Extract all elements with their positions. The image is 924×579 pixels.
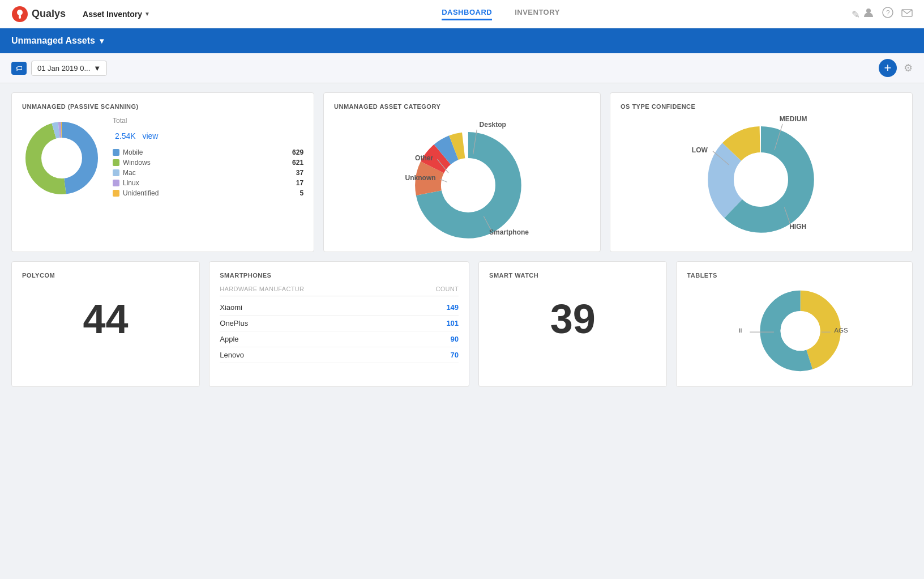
legend-item-mac: Mac 37 bbox=[113, 169, 303, 177]
asset-category-card: UNMANAGED ASSET CATEGORY Deskto bbox=[323, 92, 601, 252]
dashboard-title[interactable]: Unmanaged Assets ▾ bbox=[11, 36, 104, 46]
tablets-svg: ii AGS bbox=[732, 283, 857, 379]
table-row: OnePlus 101 bbox=[220, 316, 459, 331]
tablets-chart: ii AGS bbox=[687, 286, 902, 376]
count-xiaomi[interactable]: 149 bbox=[339, 303, 459, 312]
nav-center: DASHBOARD INVENTORY bbox=[150, 8, 852, 20]
linux-label: Linux bbox=[123, 179, 293, 187]
svg-text:LOW: LOW bbox=[692, 146, 708, 154]
svg-text:Desktop: Desktop bbox=[480, 121, 506, 129]
count-lenovo[interactable]: 70 bbox=[339, 351, 459, 359]
svg-text:HIGH: HIGH bbox=[790, 223, 807, 231]
dashboard-title-arrow: ▾ bbox=[100, 36, 104, 45]
logo-text: Qualys bbox=[32, 8, 66, 20]
passive-scanning-content: Total 2.54K view Mobile 629 Wind bbox=[22, 117, 303, 199]
mobile-count: 629 bbox=[292, 148, 303, 156]
total-label: Total bbox=[113, 117, 303, 125]
svg-text:ii: ii bbox=[739, 326, 742, 334]
qualys-logo-icon bbox=[11, 6, 28, 23]
logo: Qualys bbox=[11, 6, 66, 23]
svg-rect-2 bbox=[19, 15, 21, 19]
polycom-value: 44 bbox=[22, 296, 189, 342]
unidentified-count: 5 bbox=[300, 189, 303, 197]
polycom-title: POLYCOM bbox=[22, 272, 189, 279]
date-filter-arrow: ▼ bbox=[93, 64, 101, 73]
col-count: COUNT bbox=[339, 286, 459, 292]
svg-point-12 bbox=[42, 138, 82, 178]
table-row: Lenovo 70 bbox=[220, 347, 459, 363]
top-row: UNMANAGED (PASSIVE SCANNING) bbox=[11, 92, 913, 252]
passive-scanning-title: UNMANAGED (PASSIVE SCANNING) bbox=[22, 103, 303, 110]
date-filter-dropdown[interactable]: 01 Jan 2019 0... ▼ bbox=[31, 61, 107, 76]
manufacturer-xiaomi: Xiaomi bbox=[220, 303, 339, 312]
app-title[interactable]: Asset Inventory ▼ bbox=[83, 10, 150, 19]
polycom-card: POLYCOM 44 bbox=[11, 261, 200, 387]
os-confidence-svg: MEDIUM LOW HIGH bbox=[665, 105, 857, 241]
asset-category-svg: Desktop Other Unknown Smartphone bbox=[371, 111, 553, 247]
table-row: Xiaomi 149 bbox=[220, 300, 459, 316]
legend-item-mobile: Mobile 629 bbox=[113, 148, 303, 156]
manufacturer-apple: Apple bbox=[220, 335, 339, 343]
header: Qualys Asset Inventory ▼ DASHBOARD INVEN… bbox=[0, 0, 924, 28]
smartphones-card: SMARTPHONES HARDWARE MANUFACTUR COUNT Xi… bbox=[209, 261, 469, 387]
svg-point-18 bbox=[442, 159, 495, 212]
svg-point-3 bbox=[866, 8, 871, 13]
linux-count: 17 bbox=[296, 179, 303, 187]
legend-item-linux: Linux 17 bbox=[113, 179, 303, 187]
count-apple[interactable]: 90 bbox=[339, 335, 459, 343]
passive-scanning-chart bbox=[22, 118, 101, 198]
count-oneplus[interactable]: 101 bbox=[339, 319, 459, 327]
passive-donut-svg bbox=[22, 118, 101, 198]
view-link[interactable]: view bbox=[142, 131, 158, 141]
help-icon[interactable]: ? bbox=[882, 7, 893, 21]
svg-point-30 bbox=[735, 153, 788, 206]
toolbar: 🏷 01 Jan 2019 0... ▼ + ⚙ bbox=[0, 53, 924, 83]
nav-left: Asset Inventory ▼ bbox=[83, 10, 150, 19]
windows-count: 621 bbox=[292, 159, 303, 167]
smartphones-table-header: HARDWARE MANUFACTUR COUNT bbox=[220, 286, 459, 296]
mobile-legend-dot bbox=[113, 149, 119, 156]
settings-icon[interactable]: ⚙ bbox=[904, 62, 913, 74]
passive-scanning-card: UNMANAGED (PASSIVE SCANNING) bbox=[11, 92, 314, 252]
mac-label: Mac bbox=[123, 169, 293, 177]
bottom-row: POLYCOM 44 SMARTPHONES HARDWARE MANUFACT… bbox=[11, 261, 913, 387]
linux-legend-dot bbox=[113, 180, 119, 186]
passive-scanning-info: Total 2.54K view Mobile 629 Wind bbox=[113, 117, 303, 199]
app-title-dropdown-arrow: ▼ bbox=[144, 11, 150, 17]
user-svg-icon bbox=[863, 7, 874, 18]
svg-point-39 bbox=[781, 311, 820, 351]
mail-svg-icon bbox=[901, 9, 913, 17]
asset-category-title: UNMANAGED ASSET CATEGORY bbox=[334, 103, 590, 110]
user-icon[interactable]: ✎ bbox=[852, 7, 874, 21]
nav-right: ✎ ? bbox=[852, 7, 913, 21]
smart-watch-value: 39 bbox=[489, 296, 656, 342]
legend-item-windows: Windows 621 bbox=[113, 159, 303, 167]
svg-text:Unknown: Unknown bbox=[405, 174, 436, 182]
add-widget-button[interactable]: + bbox=[879, 59, 897, 77]
manufacturer-oneplus: OnePlus bbox=[220, 319, 339, 327]
svg-text:?: ? bbox=[886, 9, 890, 17]
mac-legend-dot bbox=[113, 169, 119, 176]
unidentified-legend-dot bbox=[113, 190, 119, 197]
table-row: Apple 90 bbox=[220, 331, 459, 347]
tablets-card: TABLETS ii AGS bbox=[676, 261, 913, 387]
unidentified-label: Unidentified bbox=[123, 189, 296, 197]
svg-text:Other: Other bbox=[415, 154, 433, 162]
dashboard: UNMANAGED (PASSIVE SCANNING) bbox=[0, 83, 924, 396]
svg-text:AGS: AGS bbox=[834, 326, 848, 334]
svg-point-1 bbox=[17, 10, 23, 15]
col-manufacturer: HARDWARE MANUFACTUR bbox=[220, 286, 339, 292]
svg-text:Smartphone: Smartphone bbox=[489, 228, 529, 236]
smart-watch-card: SMART WATCH 39 bbox=[478, 261, 667, 387]
tab-dashboard[interactable]: DASHBOARD bbox=[442, 8, 492, 20]
total-value: 2.54K view bbox=[113, 125, 303, 143]
windows-label: Windows bbox=[123, 159, 289, 167]
svg-text:MEDIUM: MEDIUM bbox=[780, 115, 807, 123]
legend: Mobile 629 Windows 621 Mac 37 bbox=[113, 148, 303, 197]
mail-icon[interactable] bbox=[901, 8, 913, 20]
smart-watch-title: SMART WATCH bbox=[489, 272, 656, 279]
tablets-title: TABLETS bbox=[687, 272, 902, 279]
tab-inventory[interactable]: INVENTORY bbox=[515, 8, 560, 20]
manufacturer-lenovo: Lenovo bbox=[220, 351, 339, 359]
mobile-label: Mobile bbox=[123, 148, 289, 156]
